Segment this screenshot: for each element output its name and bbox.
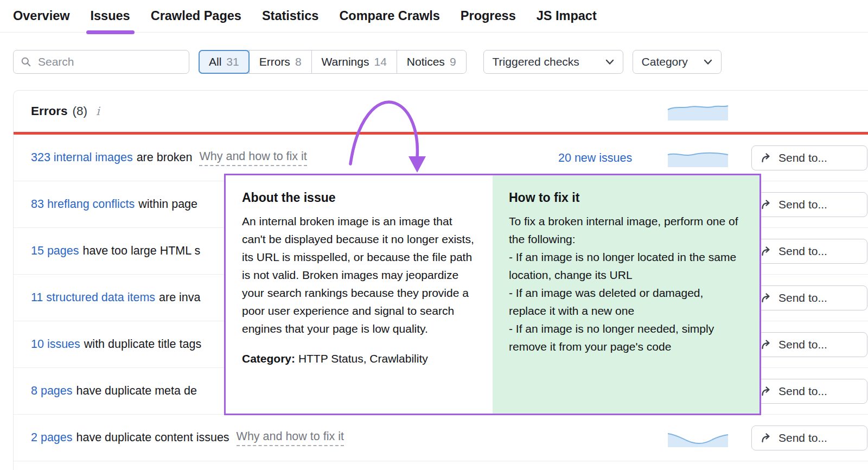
errors-trend-sparkline-icon (667, 101, 729, 121)
filter-label: All (209, 55, 221, 68)
issue-count-link[interactable]: 15 pages (31, 244, 79, 258)
nav-item-crawled-pages[interactable]: Crawled Pages (151, 0, 241, 32)
filter-label: Notices (407, 55, 445, 68)
about-the-issue-section: About the issue An internal broken image… (226, 175, 493, 414)
search-icon (21, 56, 31, 67)
issue-text: 2 pages have duplicate content issues Wh… (31, 415, 344, 461)
issue-text: 8 pages have duplicate meta de (31, 368, 197, 414)
forward-arrow-icon (761, 386, 773, 397)
issue-description: have too large HTML s (82, 244, 200, 258)
issue-count-link[interactable]: 323 internal images (31, 151, 133, 164)
send-to-label: Send to... (778, 151, 827, 164)
forward-arrow-icon (761, 433, 773, 443)
triggered-checks-label: Triggered checks (493, 55, 579, 68)
issue-details-popup: About the issue An internal broken image… (224, 174, 761, 415)
nav-item-progress[interactable]: Progress (461, 0, 516, 32)
issue-count-link[interactable]: 11 structured data items (31, 291, 155, 304)
forward-arrow-icon (761, 199, 773, 210)
issue-count-link[interactable]: 83 hreflang conflicts (31, 198, 135, 211)
search-box[interactable] (13, 50, 189, 74)
filter-errors[interactable]: Errors 8 (250, 50, 312, 73)
filter-notices[interactable]: Notices 9 (397, 50, 466, 73)
issue-row: 2 pages have duplicate content issues Wh… (14, 415, 868, 461)
fix-step: - If an image was deleted or damaged, re… (509, 284, 743, 320)
issue-description: within page (138, 198, 197, 211)
filter-toolbar: All 31 Errors 8 Warnings 14 Notices 9 Tr… (13, 50, 855, 74)
why-how-to-fix-link[interactable]: Why and how to fix it (199, 150, 307, 166)
fix-steps: - If an image is no longer located in th… (509, 248, 743, 355)
send-to-button[interactable]: Send to... (751, 192, 867, 217)
issue-text: 83 hreflang conflicts within page (31, 181, 197, 227)
nav-item-js-impact[interactable]: JS Impact (537, 0, 597, 32)
issue-count-link[interactable]: 8 pages (31, 384, 73, 398)
filter-count: 8 (295, 55, 302, 68)
how-to-fix-section: How to fix it To fix a broken internal i… (493, 175, 760, 414)
errors-count: (8) (73, 104, 88, 118)
trend-sparkline-icon (667, 148, 729, 168)
category-label: Category: (242, 352, 295, 365)
forward-arrow-icon (761, 246, 773, 257)
category-dropdown-label: Category (642, 55, 688, 68)
send-to-label: Send to... (778, 385, 827, 398)
category-dropdown[interactable]: Category (633, 50, 722, 74)
fix-step: - If an image is no longer needed, simpl… (509, 320, 743, 355)
filter-label: Warnings (322, 55, 369, 68)
severity-filter-group: All 31 Errors 8 Warnings 14 Notices 9 (199, 50, 467, 74)
top-nav: OverviewIssuesCrawled PagesStatisticsCom… (0, 0, 868, 33)
fix-step: - If an image is no longer located in th… (509, 248, 743, 284)
filter-all[interactable]: All 31 (199, 50, 250, 73)
send-to-label: Send to... (778, 198, 827, 211)
issue-description: are inva (159, 291, 201, 304)
send-to-button[interactable]: Send to... (751, 379, 867, 404)
chevron-down-icon (704, 59, 712, 65)
send-to-button[interactable]: Send to... (751, 145, 867, 170)
issue-description: with duplicate title tags (84, 338, 201, 351)
fix-intro: To fix a broken internal image, perform … (509, 212, 743, 248)
forward-arrow-icon (761, 339, 773, 350)
filter-warnings[interactable]: Warnings 14 (312, 50, 397, 73)
nav-item-statistics[interactable]: Statistics (262, 0, 319, 32)
issue-text: 10 issues with duplicate title tags (31, 321, 201, 367)
nav-item-compare-crawls[interactable]: Compare Crawls (339, 0, 439, 32)
issue-description: are broken (137, 151, 193, 164)
issue-description: have duplicate content issues (76, 431, 229, 444)
forward-arrow-icon (761, 153, 773, 163)
new-issues-link[interactable]: 20 new issues (558, 151, 632, 164)
filter-count: 14 (374, 55, 386, 68)
issue-description: have duplicate meta de (76, 384, 197, 398)
about-the-issue-title: About the issue (242, 189, 476, 206)
issue-text: 11 structured data items are inva (31, 275, 201, 321)
search-input[interactable] (37, 55, 182, 69)
category-value: HTTP Status, Crawlability (298, 352, 428, 365)
send-to-button[interactable]: Send to... (751, 239, 867, 264)
send-to-button[interactable]: Send to... (751, 285, 867, 310)
about-the-issue-body: An internal broken image is an image tha… (242, 212, 476, 338)
issue-count-link[interactable]: 10 issues (31, 338, 80, 351)
trend-sparkline-icon (667, 428, 729, 448)
how-to-fix-title: How to fix it (509, 189, 743, 206)
nav-item-issues[interactable]: Issues (91, 0, 130, 32)
filter-count: 31 (226, 55, 239, 68)
triggered-checks-dropdown[interactable]: Triggered checks (483, 50, 623, 74)
chevron-down-icon (605, 59, 614, 65)
send-to-label: Send to... (778, 431, 827, 444)
forward-arrow-icon (761, 293, 773, 303)
nav-item-overview[interactable]: Overview (13, 0, 70, 32)
filter-count: 9 (450, 55, 456, 68)
send-to-label: Send to... (778, 291, 827, 304)
info-icon[interactable]: i (96, 105, 100, 118)
send-to-label: Send to... (778, 338, 827, 351)
send-to-button[interactable]: Send to... (751, 332, 867, 357)
filter-label: Errors (259, 55, 290, 68)
issue-text: 15 pages have too large HTML s (31, 228, 200, 274)
category-line: Category: HTTP Status, Crawlability (242, 350, 476, 367)
errors-title: Errors (31, 104, 68, 118)
send-to-button[interactable]: Send to... (751, 425, 867, 450)
why-how-to-fix-link[interactable]: Why and how to fix it (237, 430, 344, 446)
issue-count-link[interactable]: 2 pages (31, 431, 73, 444)
errors-panel-header: Errors (8) i (14, 91, 868, 132)
send-to-label: Send to... (778, 245, 827, 258)
